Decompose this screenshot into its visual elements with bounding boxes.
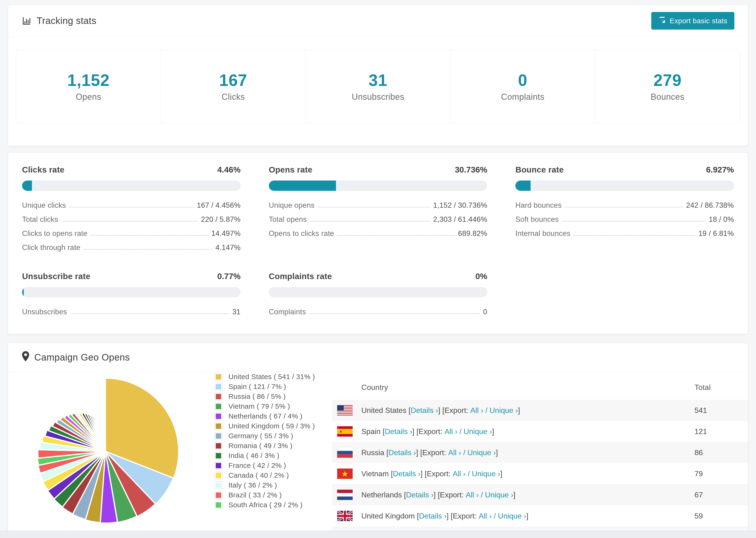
rate-title: Bounce rate [515, 165, 564, 174]
dotted-leader [562, 221, 706, 222]
legend-swatch [215, 462, 222, 469]
legend-item: Italy ( 36 / 2% ) [215, 480, 332, 490]
dotted-leader [61, 221, 197, 222]
details-link[interactable]: Details › [406, 491, 433, 499]
dotted-leader [318, 207, 430, 207]
legend-swatch [215, 442, 222, 450]
export-basic-stats-button[interactable]: Export basic stats [651, 12, 734, 29]
rate-title: Complaints rate [269, 272, 332, 281]
details-link[interactable]: Details › [393, 469, 420, 478]
details-link[interactable]: Details › [419, 512, 446, 520]
legend-item: South Africa ( 29 / 2% ) [215, 500, 332, 510]
rate-row: Hard bounces 242 / 86.738% [515, 198, 734, 212]
legend-label: Italy ( 36 / 2% ) [229, 481, 277, 489]
geo-table: Country Total United States [Details ›] … [332, 374, 748, 538]
rate-block-complaints-rate: Complaints rate 0% Complaints 0 [269, 272, 487, 319]
geo-table-row-spain: Spain [Details ›] [Export: All › / Uniqu… [332, 421, 748, 442]
geo-body: United States ( 541 / 31% ) Spain ( 121 … [8, 372, 748, 538]
export-unique-link[interactable]: Unique › [467, 448, 496, 457]
geo-legend: United States ( 541 / 31% ) Spain ( 121 … [215, 372, 332, 510]
legend-swatch [215, 412, 222, 420]
stat-value: 167 [161, 71, 306, 90]
legend-swatch [215, 491, 222, 499]
summary-stat-bounces: 279 Bounces [595, 50, 740, 123]
rate-block-clicks-rate: Clicks rate 4.46% Unique clicks 167 / 4.… [22, 165, 241, 255]
progress-bar [22, 287, 241, 297]
export-all-link[interactable]: All › [479, 512, 492, 520]
details-link[interactable]: Details › [411, 406, 438, 415]
country-total: 59 [694, 506, 748, 526]
rate-block-unsubscribe-rate: Unsubscribe rate 0.77% Unsubscribes 31 [22, 272, 241, 319]
rate-value: 30.736% [455, 165, 487, 174]
flag-icon-nl [337, 490, 361, 500]
geo-table-row-united-states: United States [Details ›] [Export: All ›… [332, 400, 748, 421]
rate-title: Opens rate [269, 165, 312, 174]
summary-stat-complaints: 0 Complaints [450, 50, 595, 123]
stat-label: Opens [16, 92, 161, 102]
export-unique-link[interactable]: Unique › [485, 491, 513, 499]
rate-row: Unsubscribes 31 [22, 305, 241, 319]
rate-row: Soft bounces 18 / 0% [515, 212, 734, 227]
legend-item: Spain ( 121 / 7% ) [215, 382, 332, 392]
legend-label: United States ( 541 / 31% ) [229, 373, 315, 381]
rates-grid: Clicks rate 4.46% Unique clicks 167 / 4.… [22, 165, 734, 319]
dotted-leader [91, 235, 208, 236]
country-name: United Kingdom [361, 512, 417, 520]
export-all-link[interactable]: All › [470, 406, 483, 415]
export-unique-link[interactable]: Unique › [490, 406, 518, 415]
details-link[interactable]: Details › [389, 448, 416, 457]
export-unique-link[interactable]: Unique › [472, 469, 500, 478]
dotted-leader [309, 313, 480, 314]
dotted-leader [565, 207, 683, 207]
page: Tracking stats Export basic stats 1,152 … [0, 0, 756, 538]
legend-label: Canada ( 40 / 2% ) [229, 471, 289, 479]
summary-stat-clicks: 167 Clicks [161, 50, 306, 123]
export-unique-link[interactable]: Unique › [498, 512, 526, 520]
legend-label: Germany ( 55 / 3% ) [229, 432, 293, 440]
geo-opens-card: Campaign Geo Opens United States ( 541 /… [8, 343, 748, 538]
country-total: 121 [694, 421, 748, 442]
geo-pie-chart [8, 372, 215, 529]
legend-item: Vietnam ( 79 / 5% ) [215, 402, 332, 411]
legend-label: India ( 46 / 3% ) [229, 452, 279, 459]
details-link[interactable]: Details › [385, 427, 412, 436]
rates-card: Clicks rate 4.46% Unique clicks 167 / 4.… [8, 153, 748, 334]
legend-swatch [215, 403, 222, 410]
export-all-link[interactable]: All › [453, 469, 465, 478]
export-all-link[interactable]: All › [466, 491, 479, 499]
rate-row: Total clicks 220 / 5.87% [22, 212, 241, 227]
horizontal-scrollbar-track[interactable] [0, 531, 756, 538]
map-pin-icon [22, 351, 29, 364]
legend-swatch [215, 501, 222, 509]
flag-icon-gb [337, 511, 361, 521]
country-name: United States [361, 406, 408, 415]
dotted-leader [310, 221, 430, 222]
export-all-link[interactable]: All › [448, 448, 461, 457]
legend-item: Brazil ( 33 / 2% ) [215, 490, 332, 500]
tracking-stats-title: Tracking stats [22, 16, 96, 26]
legend-swatch [215, 383, 222, 391]
export-icon [658, 16, 666, 26]
stat-label: Complaints [451, 92, 595, 102]
legend-swatch [215, 481, 222, 489]
stat-label: Clicks [161, 92, 306, 102]
rate-row: Click through rate 4.147% [22, 241, 241, 255]
legend-swatch [215, 452, 222, 459]
rate-row: Complaints 0 [269, 305, 487, 319]
legend-swatch [215, 471, 222, 479]
geo-opens-header: Campaign Geo Opens [8, 343, 748, 372]
export-all-link[interactable]: All › [445, 427, 458, 436]
legend-item: India ( 46 / 3% ) [215, 451, 332, 460]
export-unique-link[interactable]: Unique › [464, 427, 492, 436]
rate-row: Unique clicks 167 / 4.456% [22, 198, 241, 212]
legend-label: Netherlands ( 67 / 4% ) [229, 412, 302, 420]
pie-svg [29, 375, 182, 528]
legend-item: United States ( 541 / 31% ) [215, 372, 332, 382]
progress-bar [269, 287, 487, 297]
legend-item: Germany ( 55 / 3% ) [215, 431, 332, 441]
country-name: Russia [361, 448, 387, 457]
legend-label: United Kingdom ( 59 / 3% ) [229, 422, 315, 430]
rate-value: 6.927% [706, 165, 734, 174]
geo-title: Campaign Geo Opens [34, 352, 130, 363]
legend-label: Brazil ( 33 / 2% ) [229, 491, 282, 499]
